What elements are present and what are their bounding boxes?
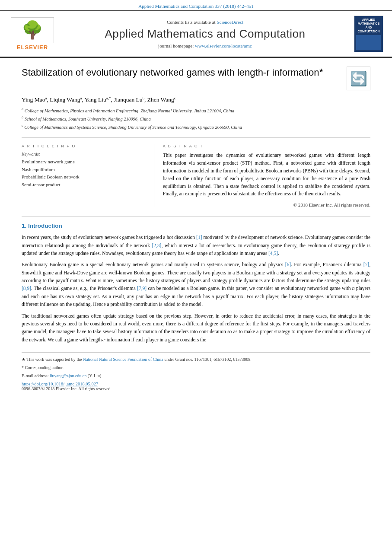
keywords-label: Keywords: bbox=[22, 152, 145, 156]
journal-title: Applied Mathematics and Computation bbox=[61, 27, 350, 41]
footer-email-note: E-mail address: liuyang@zjnu.edu.cn (Y. … bbox=[22, 373, 370, 379]
keyword-4: Semi-tensor product bbox=[22, 181, 145, 189]
intro-paragraph-2: Evolutionary Boolean game is a special e… bbox=[22, 261, 370, 308]
elsevier-logo-image: 🌳 bbox=[11, 17, 54, 43]
sciencedirect-link[interactable]: ScienceDirect bbox=[217, 19, 243, 25]
article-title-section: Stabilization of evolutionary networked … bbox=[22, 67, 370, 90]
tree-icon: 🌳 bbox=[22, 22, 43, 39]
journal-homepage-line: journal homepage: www.elsevier.com/locat… bbox=[61, 43, 350, 48]
title-star: ★ bbox=[319, 67, 324, 73]
journal-cover-image bbox=[356, 35, 381, 50]
article-title-text: Stabilization of evolutionary networked … bbox=[22, 67, 338, 81]
doi-link[interactable]: https://doi.org/10.1016/j.amc.2018.05.02… bbox=[22, 382, 98, 386]
abstract-section: A B S T R A C T This paper investigates … bbox=[154, 144, 370, 207]
contents-available-line: Contents lists available at ScienceDirec… bbox=[61, 19, 350, 25]
intro-heading: 1. Introduction bbox=[22, 223, 370, 229]
nsfc-link[interactable]: National Natural Science Foundation of C… bbox=[83, 357, 163, 362]
affiliations: a College of Mathematics, Physics and In… bbox=[22, 107, 370, 131]
author-liqing-wang: Liqing Wanga bbox=[50, 96, 82, 103]
journal-cover-thumbnail: APPLIEDMATHEMATICSANDCOMPUTATION bbox=[354, 16, 383, 52]
article-title: Stabilization of evolutionary networked … bbox=[22, 67, 338, 79]
footer-section: ★ This work was supported by the Nationa… bbox=[22, 352, 370, 391]
keyword-2: Nash equilibrium bbox=[22, 166, 145, 174]
footer-funding-note: ★ This work was supported by the Nationa… bbox=[22, 356, 370, 363]
journal-reference-bar: Applied Mathematics and Computation 337 … bbox=[0, 0, 392, 11]
affiliation-a: a College of Mathematics, Physics and In… bbox=[22, 107, 370, 114]
main-content: Stabilization of evolutionary networked … bbox=[0, 58, 392, 400]
intro-paragraph-1: In recent years, the study of evolutiona… bbox=[22, 233, 370, 257]
article-info-column: A R T I C L E I N F O Keywords: Evolutio… bbox=[22, 144, 154, 207]
author-yang-liu: Yang Liua,* bbox=[85, 96, 111, 103]
keyword-1: Evolutionary network game bbox=[22, 158, 145, 166]
journal-header: 🌳 ELSEVIER Contents lists available at S… bbox=[0, 11, 392, 58]
elsevier-logo: 🌳 ELSEVIER bbox=[9, 17, 56, 51]
author-jianquan-lu: Jianquan Lub bbox=[114, 96, 144, 103]
author-zhen-wang: Zhen Wangc bbox=[147, 96, 176, 103]
affiliation-b: b School of Mathematics, Southeast Unive… bbox=[22, 115, 370, 122]
journal-cover-text: APPLIEDMATHEMATICSANDCOMPUTATION bbox=[357, 18, 379, 33]
elsevier-wordmark: ELSEVIER bbox=[17, 44, 48, 51]
page: Applied Mathematics and Computation 337 … bbox=[0, 0, 392, 535]
authors-line: Ying Maoa, Liqing Wanga, Yang Liua,*, Ji… bbox=[22, 96, 370, 103]
footer-issn: 0096-3003/© 2018 Elsevier Inc. All right… bbox=[22, 386, 370, 391]
abstract-label: A B S T R A C T bbox=[163, 144, 370, 148]
keyword-3: Probabilistic Boolean network bbox=[22, 173, 145, 181]
check-for-updates-badge: 🔄 bbox=[347, 67, 370, 90]
footer-doi: https://doi.org/10.1016/j.amc.2018.05.02… bbox=[22, 382, 370, 386]
article-info-label: A R T I C L E I N F O bbox=[22, 144, 145, 148]
copyright-line: © 2018 Elsevier Inc. All rights reserved… bbox=[163, 202, 370, 207]
abstract-text: This paper investigates the dynamics of … bbox=[163, 152, 370, 198]
footer-corresponding-note: * Corresponding author. bbox=[22, 364, 370, 371]
introduction-section: 1. Introduction In recent years, the stu… bbox=[22, 216, 370, 344]
affiliation-c: c College of Mathematics and Systems Sci… bbox=[22, 123, 370, 131]
journal-homepage-link[interactable]: www.elsevier.com/locate/amc bbox=[195, 43, 252, 48]
intro-paragraph-3: The traditional networked games often up… bbox=[22, 312, 370, 344]
author-ying-mao: Ying Maoa bbox=[22, 96, 47, 103]
journal-reference: Applied Mathematics and Computation 337 … bbox=[138, 3, 253, 9]
journal-center: Contents lists available at ScienceDirec… bbox=[61, 19, 350, 48]
author-email-link[interactable]: liuyang@zjnu.edu.cn bbox=[50, 373, 86, 378]
check-update-icon: 🔄 bbox=[350, 70, 367, 87]
article-body: A R T I C L E I N F O Keywords: Evolutio… bbox=[22, 137, 370, 207]
